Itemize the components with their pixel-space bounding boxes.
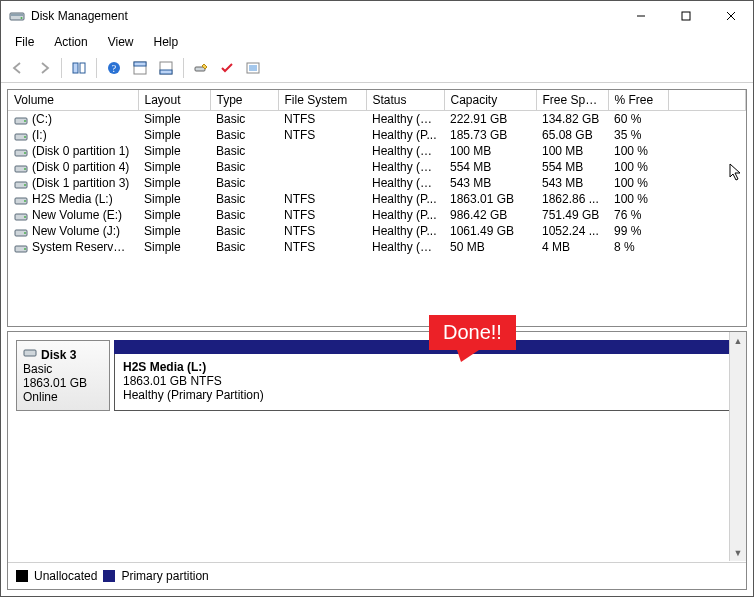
col-volume[interactable]: Volume [8, 90, 138, 111]
cell-layout: Simple [138, 223, 210, 239]
table-row[interactable]: New Volume (J:)SimpleBasicNTFSHealthy (P… [8, 223, 746, 239]
volume-icon [14, 131, 28, 141]
cell-type: Basic [210, 239, 278, 255]
disk-status: Online [23, 390, 103, 404]
minimize-button[interactable] [618, 1, 663, 31]
list-button[interactable] [241, 56, 265, 80]
window-title: Disk Management [31, 9, 618, 23]
svg-point-37 [24, 248, 26, 250]
cell-volume: (Disk 0 partition 1) [8, 143, 138, 159]
cell-layout: Simple [138, 191, 210, 207]
disk-size: 1863.01 GB [23, 376, 103, 390]
cell-pct: 35 % [608, 127, 668, 143]
cell-free: 134.82 GB [536, 111, 608, 128]
cell-status: Healthy (R... [366, 175, 444, 191]
forward-button[interactable] [32, 56, 56, 80]
cell-volume: (Disk 0 partition 4) [8, 159, 138, 175]
cell-volume: System Reserved (... [8, 239, 138, 255]
col-blank[interactable] [668, 90, 746, 111]
col-capacity[interactable]: Capacity [444, 90, 536, 111]
col-free[interactable]: Free Spa... [536, 90, 608, 111]
cell-pct: 100 % [608, 159, 668, 175]
menu-help[interactable]: Help [144, 33, 189, 51]
settings-top-button[interactable] [128, 56, 152, 80]
svg-rect-1 [11, 14, 23, 16]
cell-fs [278, 175, 366, 191]
svg-point-2 [21, 17, 23, 19]
disk-label[interactable]: Disk 3 Basic 1863.01 GB Online [16, 340, 110, 411]
table-row[interactable]: H2S Media (L:)SimpleBasicNTFSHealthy (P.… [8, 191, 746, 207]
table-row[interactable]: (I:)SimpleBasicNTFSHealthy (P...185.73 G… [8, 127, 746, 143]
col-layout[interactable]: Layout [138, 90, 210, 111]
cell-layout: Simple [138, 159, 210, 175]
volume-icon [14, 211, 28, 221]
cell-volume: (Disk 1 partition 3) [8, 175, 138, 191]
show-hide-console-button[interactable] [67, 56, 91, 80]
cell-fs: NTFS [278, 191, 366, 207]
back-button[interactable] [6, 56, 30, 80]
partition-block[interactable]: H2S Media (L:) 1863.01 GB NTFS Healthy (… [114, 354, 738, 411]
cell-capacity: 50 MB [444, 239, 536, 255]
cell-capacity: 543 MB [444, 175, 536, 191]
disk-icon [23, 347, 37, 362]
table-row[interactable]: (Disk 0 partition 1)SimpleBasicHealthy (… [8, 143, 746, 159]
cell-fs: NTFS [278, 111, 366, 128]
cell-free: 4 MB [536, 239, 608, 255]
cell-type: Basic [210, 159, 278, 175]
table-row[interactable]: (C:)SimpleBasicNTFSHealthy (B...222.91 G… [8, 111, 746, 128]
cell-free: 1862.86 ... [536, 191, 608, 207]
cell-capacity: 185.73 GB [444, 127, 536, 143]
titlebar: Disk Management [1, 1, 753, 31]
col-status[interactable]: Status [366, 90, 444, 111]
legend-swatch-unallocated [16, 570, 28, 582]
svg-point-31 [24, 200, 26, 202]
volume-icon [14, 227, 28, 237]
svg-rect-14 [160, 70, 172, 74]
svg-point-23 [24, 136, 26, 138]
cell-pct: 8 % [608, 239, 668, 255]
volume-table[interactable]: Volume Layout Type File System Status Ca… [8, 90, 746, 255]
svg-point-21 [24, 120, 26, 122]
partition-color-bar [114, 340, 738, 354]
settings-bottom-button[interactable] [154, 56, 178, 80]
cell-free: 100 MB [536, 143, 608, 159]
menu-action[interactable]: Action [44, 33, 97, 51]
volume-icon [14, 179, 28, 189]
scroll-down-icon[interactable]: ▼ [730, 544, 746, 561]
legend-swatch-primary [103, 570, 115, 582]
table-row[interactable]: (Disk 1 partition 3)SimpleBasicHealthy (… [8, 175, 746, 191]
check-button[interactable] [215, 56, 239, 80]
cell-layout: Simple [138, 111, 210, 128]
menu-view[interactable]: View [98, 33, 144, 51]
cell-volume: (C:) [8, 111, 138, 128]
cell-volume: (I:) [8, 127, 138, 143]
cell-free: 65.08 GB [536, 127, 608, 143]
cell-pct: 100 % [608, 191, 668, 207]
menu-file[interactable]: File [5, 33, 44, 51]
cell-status: Healthy (E... [366, 143, 444, 159]
col-type[interactable]: Type [210, 90, 278, 111]
cell-free: 543 MB [536, 175, 608, 191]
cell-status: Healthy (P... [366, 127, 444, 143]
cell-layout: Simple [138, 127, 210, 143]
table-row[interactable]: System Reserved (...SimpleBasicNTFSHealt… [8, 239, 746, 255]
help-button[interactable]: ? [102, 56, 126, 80]
close-button[interactable] [708, 1, 753, 31]
cell-fs: NTFS [278, 223, 366, 239]
table-row[interactable]: New Volume (E:)SimpleBasicNTFSHealthy (P… [8, 207, 746, 223]
partition-size: 1863.01 GB NTFS [123, 374, 729, 388]
volume-icon [14, 195, 28, 205]
cell-status: Healthy (A... [366, 239, 444, 255]
partition-status: Healthy (Primary Partition) [123, 388, 729, 402]
maximize-button[interactable] [663, 1, 708, 31]
toolbar-separator [61, 58, 62, 78]
col-filesystem[interactable]: File System [278, 90, 366, 111]
svg-point-29 [24, 184, 26, 186]
col-pctfree[interactable]: % Free [608, 90, 668, 111]
svg-rect-12 [134, 62, 146, 66]
scroll-up-icon[interactable]: ▲ [730, 332, 746, 349]
action-wand-button[interactable] [189, 56, 213, 80]
disk-type: Basic [23, 362, 103, 376]
vertical-scrollbar[interactable]: ▲ ▼ [729, 332, 746, 561]
table-row[interactable]: (Disk 0 partition 4)SimpleBasicHealthy (… [8, 159, 746, 175]
